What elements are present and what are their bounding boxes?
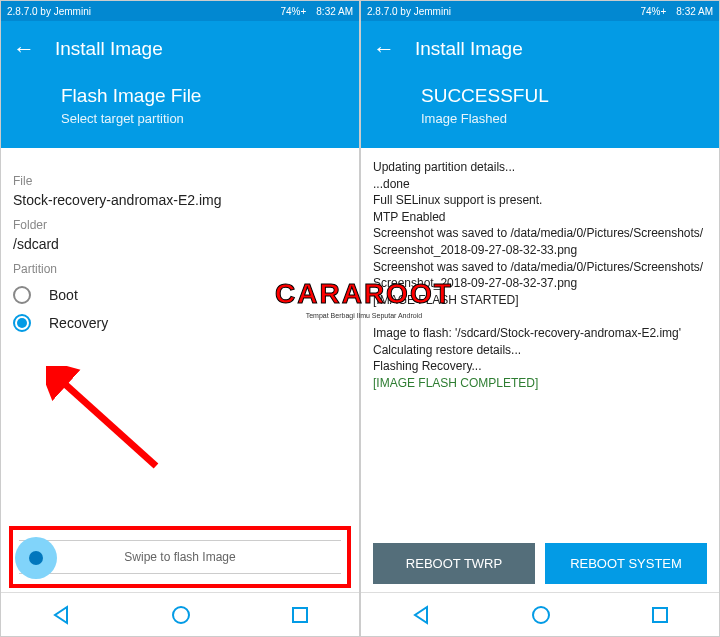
nav-back-icon[interactable] xyxy=(51,605,71,625)
header-subtitle: Select target partition xyxy=(61,111,299,126)
phone-left: 2.8.7.0 by Jemmini 74%+ 8:32 AM ← Instal… xyxy=(0,0,360,637)
file-value: Stock-recovery-andromax-E2.img xyxy=(13,192,347,208)
radio-icon xyxy=(13,286,31,304)
folder-value: /sdcard xyxy=(13,236,347,252)
phone-right: 2.8.7.0 by Jemmini 74%+ 8:32 AM ← Instal… xyxy=(360,0,720,637)
statusbar: 2.8.7.0 by Jemmini 74%+ 8:32 AM xyxy=(361,1,719,21)
radio-boot-label: Boot xyxy=(49,287,78,303)
file-label: File xyxy=(13,174,347,188)
flash-log: Updating partition details... ...done Fu… xyxy=(361,148,719,592)
page-header: Flash Image File Select target partition xyxy=(1,77,359,148)
appbar-title: Install Image xyxy=(55,38,163,60)
svg-point-6 xyxy=(533,607,549,623)
svg-rect-7 xyxy=(653,608,667,622)
navbar xyxy=(1,592,359,636)
navbar xyxy=(361,592,719,636)
header-title: Flash Image File xyxy=(61,85,299,107)
header-title: SUCCESSFUL xyxy=(421,85,659,107)
svg-point-3 xyxy=(173,607,189,623)
log-text: Updating partition details... ...done Fu… xyxy=(373,160,703,373)
swipe-knob[interactable] xyxy=(15,537,57,579)
page-header: SUCCESSFUL Image Flashed xyxy=(361,77,719,148)
log-success: [IMAGE FLASH COMPLETED] xyxy=(373,376,538,390)
statusbar-battery: 74%+ xyxy=(640,6,666,17)
back-arrow-icon[interactable]: ← xyxy=(373,36,395,62)
svg-rect-4 xyxy=(293,608,307,622)
appbar: ← Install Image xyxy=(361,21,719,77)
radio-recovery[interactable]: Recovery xyxy=(13,314,347,332)
swipe-slider[interactable]: Swipe to flash Image xyxy=(19,540,341,574)
reboot-system-button[interactable]: REBOOT SYSTEM xyxy=(545,543,707,584)
radio-recovery-label: Recovery xyxy=(49,315,108,331)
button-row: REBOOT TWRP REBOOT SYSTEM xyxy=(361,543,719,584)
svg-marker-2 xyxy=(55,607,67,623)
statusbar: 2.8.7.0 by Jemmini 74%+ 8:32 AM xyxy=(1,1,359,21)
nav-home-icon[interactable] xyxy=(171,605,191,625)
nav-back-icon[interactable] xyxy=(411,605,431,625)
svg-marker-5 xyxy=(415,607,427,623)
swipe-text: Swipe to flash Image xyxy=(124,550,235,564)
reboot-twrp-button[interactable]: REBOOT TWRP xyxy=(373,543,535,584)
statusbar-time: 8:32 AM xyxy=(676,6,713,17)
radio-boot[interactable]: Boot xyxy=(13,286,347,304)
statusbar-version: 2.8.7.0 by Jemmini xyxy=(7,6,91,17)
statusbar-version: 2.8.7.0 by Jemmini xyxy=(367,6,451,17)
statusbar-battery: 74%+ xyxy=(280,6,306,17)
partition-label: Partition xyxy=(13,262,347,276)
radio-icon-selected xyxy=(13,314,31,332)
header-subtitle: Image Flashed xyxy=(421,111,659,126)
back-arrow-icon[interactable]: ← xyxy=(13,36,35,62)
swipe-highlight-box: Swipe to flash Image xyxy=(9,526,351,588)
appbar-title: Install Image xyxy=(415,38,523,60)
appbar: ← Install Image xyxy=(1,21,359,77)
nav-recent-icon[interactable] xyxy=(291,606,309,624)
nav-home-icon[interactable] xyxy=(531,605,551,625)
statusbar-time: 8:32 AM xyxy=(316,6,353,17)
folder-label: Folder xyxy=(13,218,347,232)
nav-recent-icon[interactable] xyxy=(651,606,669,624)
